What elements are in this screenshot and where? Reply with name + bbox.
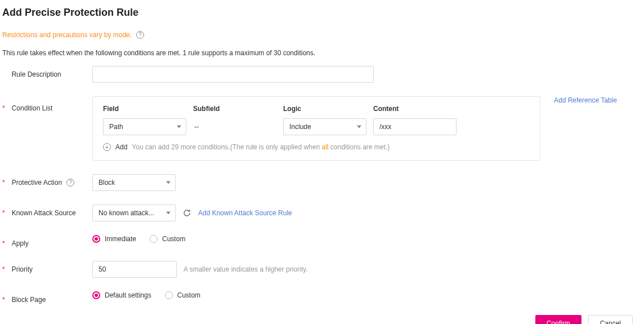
rule-description-input[interactable]	[92, 66, 374, 83]
chevron-down-icon	[166, 212, 171, 215]
row-rule-description: *Rule Description	[2, 66, 644, 83]
chevron-down-icon	[177, 126, 181, 128]
mode-warning-help-icon[interactable]: ?	[136, 31, 144, 39]
page-title: Add Precise Protection Rule	[2, 7, 644, 19]
condition-subfield-value: --	[193, 123, 283, 131]
col-header-content: Content	[373, 105, 463, 118]
add-condition-icon[interactable]: +	[103, 143, 111, 151]
apply-radio-group: Immediate Custom	[92, 235, 185, 243]
radio-icon	[92, 235, 100, 243]
row-condition-list: *Condition List Field Subfield Logic Con…	[2, 96, 644, 161]
add-condition-row: + Add You can add 29 more conditions.(Th…	[103, 143, 530, 151]
condition-logic-select[interactable]: Include	[283, 118, 366, 135]
apply-radio-custom[interactable]: Custom	[150, 235, 185, 243]
mode-warning-row: Restrictions and precautions vary by mod…	[2, 31, 644, 39]
block-page-radio-custom[interactable]: Custom	[165, 291, 200, 299]
block-page-label: *Block Page	[2, 291, 92, 304]
known-attack-source-label: *Known Attack Source	[2, 205, 92, 217]
apply-radio-immediate[interactable]: Immediate	[92, 235, 136, 243]
radio-icon	[92, 291, 100, 299]
protective-action-help-icon[interactable]: ?	[66, 179, 74, 187]
protective-action-select[interactable]: Block	[92, 174, 176, 191]
condition-header-row: Field Subfield Logic Content	[103, 105, 530, 118]
row-block-page: *Block Page Default settings Custom	[2, 291, 644, 304]
row-apply: *Apply Immediate Custom	[2, 235, 644, 247]
priority-hint: A smaller value indicates a higher prior…	[184, 265, 308, 273]
row-known-attack-source: *Known Attack Source No known attack... …	[2, 205, 644, 221]
condition-content-input[interactable]	[373, 118, 457, 135]
condition-row: Path -- Include	[103, 118, 530, 135]
priority-input[interactable]	[92, 261, 177, 278]
rule-description-label: *Rule Description	[2, 66, 92, 78]
chevron-down-icon	[357, 126, 361, 128]
add-condition-label[interactable]: Add	[115, 143, 127, 151]
add-known-attack-source-rule-link[interactable]: Add Known Attack Source Rule	[198, 209, 292, 217]
refresh-icon[interactable]	[182, 208, 191, 218]
radio-icon	[150, 235, 158, 243]
condition-list-container: Field Subfield Logic Content Path -- Inc…	[92, 96, 540, 161]
col-header-subfield: Subfield	[193, 105, 283, 118]
protective-action-label: *Protective Action ?	[2, 174, 92, 187]
add-condition-hint: You can add 29 more conditions.(The rule…	[132, 143, 390, 151]
condition-field-select[interactable]: Path	[103, 118, 186, 135]
button-bar: Confirm Cancel	[2, 315, 644, 324]
priority-label: *Priority	[2, 261, 92, 273]
col-header-field: Field	[103, 105, 193, 118]
row-protective-action: *Protective Action ? Block	[2, 174, 644, 191]
chevron-down-icon	[166, 181, 171, 184]
condition-list-label: *Condition List	[2, 96, 92, 112]
block-page-radio-group: Default settings Custom	[92, 291, 200, 299]
add-reference-table-link[interactable]: Add Reference Table	[554, 96, 617, 104]
block-page-radio-default[interactable]: Default settings	[92, 291, 151, 299]
row-priority: *Priority A smaller value indicates a hi…	[2, 261, 644, 278]
confirm-button[interactable]: Confirm	[535, 315, 582, 324]
known-attack-source-select[interactable]: No known attack...	[92, 205, 176, 221]
rule-info-text: This rule takes effect when the followin…	[2, 49, 644, 57]
apply-label: *Apply	[2, 235, 92, 247]
radio-icon	[165, 291, 173, 299]
mode-warning-text: Restrictions and precautions vary by mod…	[2, 31, 132, 39]
cancel-button[interactable]: Cancel	[588, 315, 633, 324]
col-header-logic: Logic	[283, 105, 373, 118]
